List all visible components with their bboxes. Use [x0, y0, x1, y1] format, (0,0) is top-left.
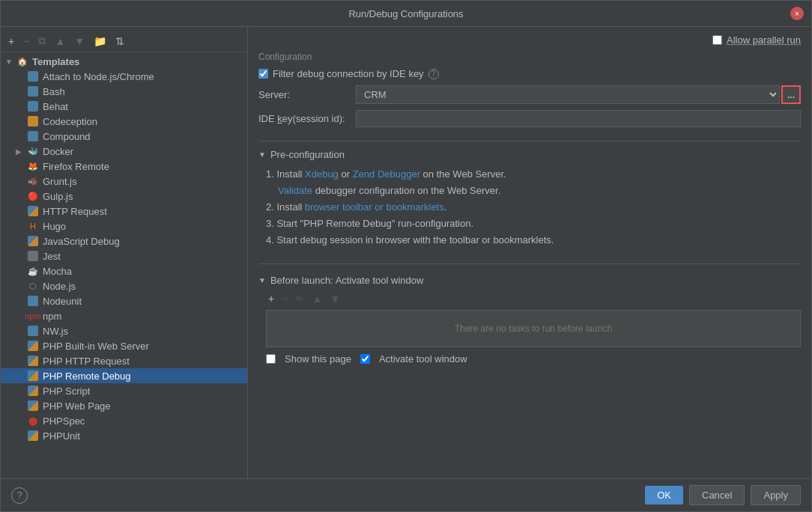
- behat-icon: [26, 100, 40, 112]
- browser-toolbar-link[interactable]: browser toolbar or bookmarklets: [305, 201, 444, 213]
- sidebar-item-php-web[interactable]: PHP Web Page: [1, 398, 247, 413]
- sidebar-item-codeception[interactable]: Codeception: [1, 114, 247, 129]
- before-launch-down-button[interactable]: ▼: [327, 292, 342, 305]
- php-web-icon: [26, 400, 40, 412]
- server-dots-button[interactable]: ...: [781, 85, 801, 104]
- templates-icon: 🏠: [16, 55, 29, 67]
- phpspec-icon: ⬤: [26, 415, 40, 427]
- sidebar-item-grunt[interactable]: 🐗 Grunt.js: [1, 174, 247, 189]
- sidebar-item-hugo[interactable]: H Hugo: [1, 219, 247, 234]
- before-launch-edit-button[interactable]: ✏: [293, 292, 306, 305]
- sidebar-item-gulp[interactable]: 🔴 Gulp.js: [1, 189, 247, 204]
- npm-icon: npm: [26, 310, 40, 322]
- phpunit-icon: [26, 430, 40, 442]
- footer-left: ?: [11, 487, 28, 504]
- move-down-button[interactable]: ▼: [71, 34, 88, 49]
- server-select[interactable]: CRM localhost: [356, 85, 780, 104]
- title-bar: Run/Debug Configurations ×: [1, 1, 811, 27]
- grunt-icon: 🐗: [26, 175, 40, 187]
- sidebar-item-nodeunit[interactable]: Nodeunit: [1, 293, 247, 308]
- remove-config-button[interactable]: −: [20, 34, 32, 49]
- apply-button[interactable]: Apply: [751, 485, 801, 505]
- dialog-footer: ? OK Cancel Apply: [1, 478, 811, 511]
- filter-debug-label: Filter debug connection by IDE key: [273, 68, 424, 79]
- pre-config-step4: 4. Start debug session in browser with t…: [266, 232, 801, 249]
- config-section-label: Configuration: [258, 52, 801, 62]
- sort-button[interactable]: ⇅: [112, 34, 127, 49]
- copy-config-button[interactable]: ⧉: [35, 33, 49, 49]
- pre-config-header[interactable]: ▼ Pre-configuration: [258, 149, 801, 160]
- sidebar-item-phpspec[interactable]: ⬤ PHPSpec: [1, 413, 247, 428]
- sidebar-item-phpunit[interactable]: PHPUnit: [1, 428, 247, 443]
- filter-debug-row: Filter debug connection by IDE key ?: [258, 68, 801, 79]
- sidebar-item-mocha[interactable]: ☕ Mocha: [1, 263, 247, 278]
- xdebug-link[interactable]: Xdebug: [305, 168, 339, 180]
- sidebar-item-bash[interactable]: Bash: [1, 84, 247, 99]
- allow-parallel-run-checkbox[interactable]: [712, 35, 722, 45]
- filter-debug-checkbox[interactable]: [258, 69, 268, 79]
- sidebar-item-behat[interactable]: Behat: [1, 99, 247, 114]
- php-http-icon: [26, 355, 40, 367]
- create-folder-button[interactable]: 📁: [91, 34, 109, 49]
- config-panel: Allow parallel run Configuration Filter …: [248, 27, 811, 478]
- config-divider: [258, 141, 801, 141]
- before-launch-arrow: ▼: [258, 276, 266, 284]
- allow-parallel-run-row: Allow parallel run: [712, 34, 801, 46]
- ide-key-row: IDE key(session id):: [258, 110, 801, 127]
- sidebar-item-jest[interactable]: Jest: [1, 249, 247, 263]
- nodejs-icon: ⬡: [26, 280, 40, 292]
- mocha-icon: ☕: [26, 265, 40, 277]
- ide-key-label: IDE key(session id):: [258, 113, 356, 124]
- bottom-checkboxes: Show this page Activate tool window: [266, 353, 801, 365]
- sidebar-item-php-builtin[interactable]: PHP Built-in Web Server: [1, 338, 247, 353]
- sidebar-item-jsdbg[interactable]: JavaScript Debug: [1, 234, 247, 249]
- before-launch-header[interactable]: ▼ Before launch: Activate tool window: [258, 275, 801, 286]
- ide-key-input[interactable]: [356, 110, 801, 127]
- zend-debugger-link[interactable]: Zend Debugger: [353, 168, 420, 180]
- before-launch-up-button[interactable]: ▲: [309, 292, 324, 305]
- activate-tool-window-label: Activate tool window: [379, 353, 467, 365]
- pre-config-content: 1. Install Xdebug or Zend Debugger on th…: [266, 166, 801, 249]
- activate-tool-window-checkbox[interactable]: [360, 354, 370, 364]
- sidebar-item-php-script[interactable]: PHP Script: [1, 383, 247, 398]
- sidebar-item-http[interactable]: HTTP Request: [1, 204, 247, 219]
- show-this-page-checkbox[interactable]: [266, 354, 276, 364]
- pre-config-step3: 3. Start "PHP Remote Debug" run-configur…: [266, 216, 801, 232]
- before-launch-section: ▼ Before launch: Activate tool window + …: [258, 275, 801, 365]
- move-up-button[interactable]: ▲: [52, 34, 68, 49]
- pre-config-title: Pre-configuration: [270, 149, 345, 160]
- sidebar-item-firefox[interactable]: 🦊 Firefox Remote: [1, 159, 247, 174]
- close-button[interactable]: ×: [790, 7, 804, 20]
- footer-right: OK Cancel Apply: [645, 485, 801, 505]
- php-remote-icon: [26, 370, 40, 382]
- pre-config-arrow: ▼: [258, 150, 266, 159]
- allow-parallel-run-label: Allow parallel run: [727, 34, 801, 46]
- ok-button[interactable]: OK: [645, 486, 683, 505]
- cancel-button[interactable]: Cancel: [689, 485, 745, 505]
- help-button[interactable]: ?: [11, 487, 28, 504]
- validate-link[interactable]: Validate: [278, 185, 312, 196]
- root-arrow: ▼: [5, 58, 16, 66]
- server-row: Server: CRM localhost ...: [258, 85, 801, 104]
- server-label: Server:: [258, 89, 356, 100]
- sidebar-item-php-http[interactable]: PHP HTTP Request: [1, 353, 247, 368]
- tree-root-templates[interactable]: ▼ 🏠 Templates: [1, 54, 247, 69]
- before-launch-add-button[interactable]: +: [266, 292, 276, 305]
- sidebar-item-nodejs[interactable]: ⬡ Node.js: [1, 278, 247, 293]
- sidebar-item-docker[interactable]: ▶ 🐳 Docker: [1, 144, 247, 159]
- hugo-icon: H: [26, 220, 40, 232]
- sidebar-item-attach-node[interactable]: Attach to Node.js/Chrome: [1, 69, 247, 84]
- add-config-button[interactable]: +: [5, 34, 17, 49]
- filter-debug-help-icon[interactable]: ?: [428, 69, 439, 79]
- nwjs-icon: [26, 325, 40, 337]
- sidebar-item-php-remote[interactable]: PHP Remote Debug: [1, 368, 247, 383]
- sidebar-item-compound[interactable]: Compound: [1, 129, 247, 144]
- sidebar-item-nwjs[interactable]: NW.js: [1, 323, 247, 338]
- php-builtin-icon: [26, 340, 40, 352]
- sidebar-toolbar: + − ⧉ ▲ ▼ 📁 ⇅: [1, 30, 247, 52]
- sidebar-item-npm[interactable]: npm npm: [1, 308, 247, 323]
- attach-node-icon: [26, 70, 40, 82]
- before-launch-remove-button[interactable]: −: [279, 292, 290, 305]
- jsdbg-icon: [26, 235, 40, 247]
- http-icon: [26, 205, 40, 217]
